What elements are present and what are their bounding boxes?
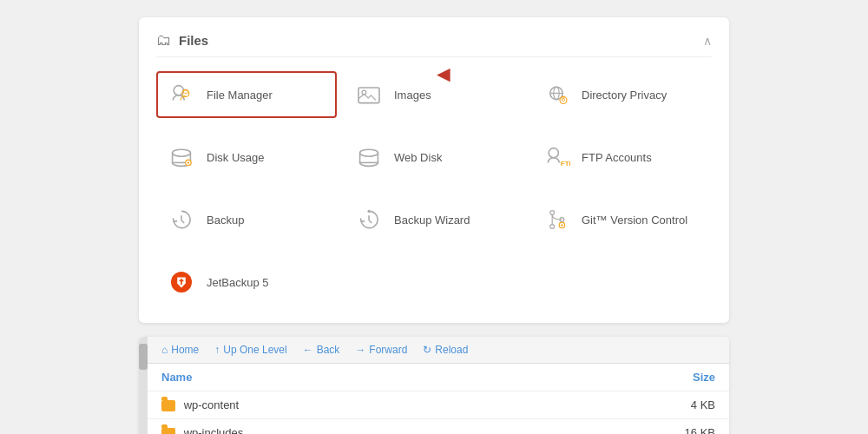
grid-item-ftp-accounts[interactable]: FTP FTP Accounts [531, 134, 712, 181]
images-label: Images [394, 89, 431, 102]
home-icon: ⌂ [161, 344, 168, 356]
folder-icon [161, 400, 175, 411]
grid-item-disk-usage[interactable]: Disk Usage [156, 134, 337, 181]
panel-header: 🗂 Files ∧ [156, 31, 712, 57]
browser-panel: ⌂ Home ↑ Up One Level ← Back → Forward [139, 337, 729, 434]
jetbackup-label: JetBackup 5 [207, 276, 269, 289]
svg-point-24 [367, 210, 370, 213]
table-row[interactable]: wp-content 4 KB [148, 391, 729, 419]
reload-label: Reload [435, 344, 468, 356]
forward-button[interactable]: → Forward [355, 344, 407, 356]
panel-header-left: 🗂 Files [156, 31, 208, 49]
backup-icon [165, 203, 198, 236]
file-size: 16 KB [507, 419, 729, 434]
folder-icon: 🗂 [156, 31, 172, 49]
reload-icon: ↻ [423, 344, 431, 356]
name-column-header: Name [148, 364, 507, 391]
up-one-level-button[interactable]: ↑ Up One Level [214, 344, 286, 356]
svg-line-21 [181, 220, 184, 223]
svg-point-25 [550, 211, 555, 215]
back-label: Back [317, 344, 340, 356]
svg-point-18 [549, 148, 558, 158]
disk-usage-icon [165, 141, 198, 174]
size-column-header: Size [507, 364, 729, 391]
directory-privacy-icon [540, 78, 573, 111]
web-disk-icon [352, 141, 385, 174]
grid-item-file-manager[interactable]: File Manager [156, 71, 337, 118]
directory-privacy-label: Directory Privacy [582, 89, 667, 102]
file-size: 4 KB [507, 391, 729, 419]
svg-point-12 [173, 149, 191, 156]
file-manager-arrow: ◄ [432, 61, 455, 88]
home-button[interactable]: ⌂ Home [161, 344, 199, 356]
file-manager-label: File Manager [207, 89, 273, 102]
svg-line-23 [369, 220, 372, 223]
grid-item-directory-privacy[interactable]: Directory Privacy [531, 71, 712, 118]
grid-item-web-disk[interactable]: Web Disk [344, 134, 524, 181]
grid-item-backup[interactable]: Backup [156, 196, 337, 243]
forward-label: Forward [369, 344, 407, 356]
browser-nav: ⌂ Home ↑ Up One Level ← Back → Forward [148, 337, 729, 364]
svg-point-26 [550, 225, 555, 229]
back-icon: ← [303, 344, 313, 356]
table-row[interactable]: wp-includes 16 KB [148, 419, 729, 434]
file-table: Name Size wp-content 4 KB [148, 364, 729, 434]
images-icon [352, 78, 385, 111]
browser-wrapper: ⌂ Home ↑ Up One Level ← Back → Forward [139, 337, 729, 434]
forward-icon: → [355, 344, 365, 356]
folder-icon [161, 428, 175, 434]
reload-button[interactable]: ↻ Reload [423, 344, 468, 356]
file-manager-icon [165, 78, 198, 111]
files-panel: 🗂 Files ∧ File Manager [139, 17, 729, 323]
svg-point-14 [187, 161, 189, 163]
svg-point-30 [561, 224, 562, 226]
web-disk-label: Web Disk [394, 151, 442, 164]
svg-rect-3 [358, 88, 379, 103]
grid-item-git[interactable]: Git™ Version Control [531, 196, 712, 243]
svg-point-17 [360, 149, 378, 156]
file-name: wp-includes [148, 419, 507, 434]
backup-wizard-icon [352, 203, 385, 236]
items-grid: File Manager Images [156, 71, 712, 306]
backup-label: Backup [207, 214, 244, 227]
file-name: wp-content [148, 391, 507, 419]
git-label: Git™ Version Control [582, 214, 687, 227]
browser-panel-wrapper: ⌂ Home ↑ Up One Level ← Back → Forward [139, 337, 729, 434]
home-label: Home [171, 344, 199, 356]
up-one-level-label: Up One Level [223, 344, 286, 356]
up-icon: ↑ [214, 344, 220, 356]
ftp-accounts-label: FTP Accounts [582, 151, 652, 164]
scrollbar-thumb[interactable] [139, 344, 148, 370]
grid-item-jetbackup[interactable]: JetBackup 5 [156, 259, 337, 306]
back-button[interactable]: ← Back [303, 344, 340, 356]
collapse-icon[interactable]: ∧ [703, 34, 712, 48]
ftp-accounts-icon: FTP [540, 141, 573, 174]
backup-wizard-label: Backup Wizard [394, 214, 470, 227]
svg-point-8 [560, 96, 567, 103]
git-icon [540, 203, 573, 236]
jetbackup-icon [165, 266, 198, 299]
grid-item-backup-wizard[interactable]: Backup Wizard [344, 196, 524, 243]
panel-title: Files [179, 33, 208, 48]
browser-content: ⌂ Home ↑ Up One Level ← Back → Forward [148, 337, 729, 434]
scrollbar[interactable] [139, 337, 148, 434]
disk-usage-label: Disk Usage [207, 151, 264, 164]
svg-text:FTP: FTP [561, 160, 570, 168]
